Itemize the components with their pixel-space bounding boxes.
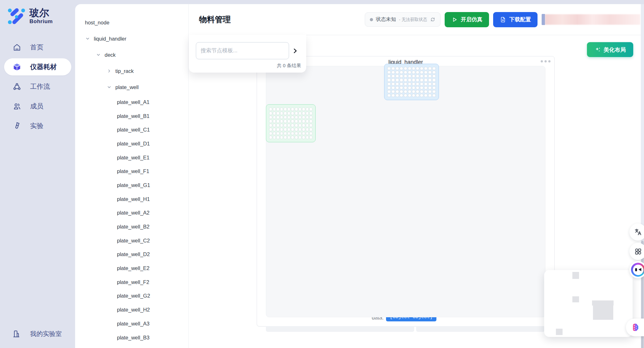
tree-item-plate_well_D2[interactable]: plate_well_D2 <box>75 248 188 261</box>
chevron-down-icon[interactable] <box>107 85 112 89</box>
well <box>432 90 436 93</box>
well <box>295 116 298 119</box>
chevron-right-icon[interactable] <box>291 47 299 55</box>
tree-item-plate_well_A2[interactable]: plate_well_A2 <box>75 206 188 220</box>
tip-rack-plate[interactable] <box>384 64 439 100</box>
tree-item-plate_well_H2[interactable]: plate_well_H2 <box>75 303 188 317</box>
tree-item-label: plate_well_G2 <box>117 293 150 299</box>
components-button[interactable] <box>629 243 644 260</box>
well <box>269 116 272 119</box>
sidebar-item-my-lab[interactable]: 我的实验室 <box>0 325 75 342</box>
minimap[interactable] <box>544 270 633 337</box>
well <box>291 119 294 123</box>
well <box>432 71 436 74</box>
chevron-down-icon[interactable] <box>85 36 90 41</box>
well <box>391 74 395 78</box>
tree-item-plate_well_C2[interactable]: plate_well_C2 <box>75 234 188 248</box>
tree-item-plate_well[interactable]: plate_well <box>75 79 188 95</box>
tree-item-plate_well_H1[interactable]: plate_well_H1 <box>75 192 188 206</box>
well <box>299 124 302 127</box>
sidebar-item-workflow[interactable]: 工作流 <box>0 77 75 96</box>
well <box>420 71 423 74</box>
start-simulation-button[interactable]: 开启仿真 <box>445 12 489 27</box>
status-label: 状态未知 <box>376 16 396 23</box>
brain-tool-button[interactable] <box>626 319 644 336</box>
well <box>291 128 294 131</box>
sidebar-item-home[interactable]: 首页 <box>0 37 75 57</box>
tree-item-plate_well_A3[interactable]: plate_well_A3 <box>75 317 188 331</box>
bohrium-logo-icon <box>7 8 26 25</box>
well <box>412 94 415 97</box>
liquid-handler-node[interactable]: liquid_handler data: [object Object] <box>257 56 555 326</box>
well <box>302 132 305 135</box>
well <box>400 94 403 97</box>
well <box>424 71 428 74</box>
ai-assistant-button[interactable] <box>629 261 644 278</box>
well <box>291 116 294 119</box>
tree-item-label: plate_well_C2 <box>117 237 150 243</box>
tree-item-plate_well_D1[interactable]: plate_well_D1 <box>75 137 188 151</box>
tree-item-host_node[interactable]: host_node <box>75 14 188 30</box>
tree-item-plate_well_E1[interactable]: plate_well_E1 <box>75 151 188 164</box>
tree-item-plate_well_B1[interactable]: plate_well_B1 <box>75 109 188 123</box>
well <box>416 82 419 86</box>
well <box>306 128 309 131</box>
refresh-icon[interactable] <box>430 17 435 22</box>
tree-item-plate_well_B3[interactable]: plate_well_B3 <box>75 331 188 345</box>
well <box>416 71 419 74</box>
tree-item-label: plate_well_A3 <box>117 320 150 326</box>
tree-item-deck[interactable]: deck <box>75 47 188 63</box>
tree-item-plate_well_C1[interactable]: plate_well_C1 <box>75 123 188 137</box>
well <box>412 86 415 89</box>
plate-well-plate[interactable] <box>266 104 316 142</box>
node-menu-dots-icon[interactable] <box>541 60 551 62</box>
search-input[interactable] <box>196 42 289 59</box>
tree-item-tip_rack[interactable]: tip_rack <box>75 63 188 79</box>
beautify-layout-button[interactable]: 美化布局 <box>587 42 633 57</box>
well <box>302 136 305 139</box>
sidebar-item-members[interactable]: 成员 <box>0 96 75 116</box>
well <box>391 82 395 86</box>
well <box>396 67 399 70</box>
well <box>284 136 287 139</box>
tree-item-plate_well_F1[interactable]: plate_well_F1 <box>75 164 188 178</box>
page-title: 物料管理 <box>199 14 231 25</box>
well <box>299 119 302 123</box>
well <box>416 78 419 81</box>
well <box>299 136 302 139</box>
tree-item-plate_well_G2[interactable]: plate_well_G2 <box>75 289 188 303</box>
test-tube-icon <box>13 122 21 130</box>
well <box>412 74 415 78</box>
minimap-node <box>556 329 563 335</box>
tree-item-plate_well_E2[interactable]: plate_well_E2 <box>75 261 188 275</box>
well <box>391 67 395 70</box>
well <box>299 116 302 119</box>
brand-name: 玻尔 <box>29 8 53 18</box>
well <box>269 132 272 135</box>
sidebar-nav: 首页 仪器耗材 工作流 成员 实验 <box>0 37 75 136</box>
sidebar-item-instruments[interactable]: 仪器耗材 <box>0 57 75 77</box>
well <box>396 82 399 86</box>
tree-item-label: plate_well_B3 <box>117 334 150 340</box>
well <box>404 82 407 86</box>
well <box>280 112 283 115</box>
tree-item-plate_well_G1[interactable]: plate_well_G1 <box>75 178 188 192</box>
well <box>309 112 312 115</box>
lab-building-icon <box>12 330 21 338</box>
well <box>295 107 298 111</box>
tree-item-plate_well_A1[interactable]: plate_well_A1 <box>75 95 188 109</box>
download-config-button[interactable]: 下载配置 <box>493 12 538 27</box>
well <box>424 67 428 70</box>
chevron-right-icon[interactable] <box>107 68 112 73</box>
well <box>306 107 309 111</box>
well <box>284 132 287 135</box>
tree-item-liquid_handler[interactable]: liquid_handler <box>75 30 188 47</box>
tree-item-plate_well_F2[interactable]: plate_well_F2 <box>75 275 188 289</box>
translate-button[interactable] <box>629 223 644 241</box>
tree-item-plate_well_B2[interactable]: plate_well_B2 <box>75 220 188 234</box>
well <box>416 94 419 97</box>
minimap-node <box>572 272 579 279</box>
chevron-down-icon[interactable] <box>96 52 101 57</box>
sidebar-item-experiments[interactable]: 实验 <box>0 116 75 136</box>
well <box>396 94 399 97</box>
